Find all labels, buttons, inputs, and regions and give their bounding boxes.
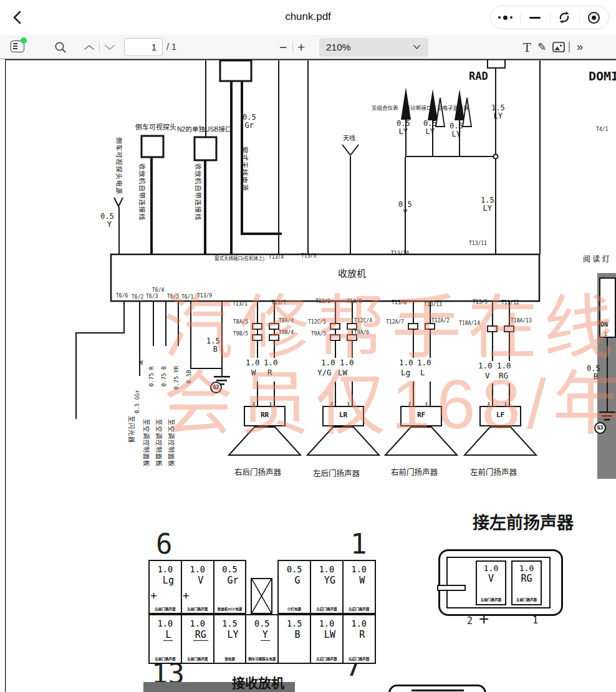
front-connector-tab [437, 585, 466, 591]
ground-g3-symbol: G3 [594, 422, 606, 434]
wire [5, 59, 616, 60]
wire-size: 0.5 [246, 618, 277, 628]
speaker-pin: 2 [253, 401, 255, 406]
front-connector-cell: 1.0V左前门扬声器 [476, 560, 506, 605]
record-icon[interactable] [579, 6, 609, 29]
polarity-plus: + [183, 589, 190, 603]
wire-lf-2: 1.0 [478, 362, 493, 370]
inline-connector-block [488, 326, 497, 332]
wire-destination: 右前门扬声器 [150, 656, 181, 661]
front-connector-title: 接左前扬声器 [473, 514, 574, 532]
to-radio-label: 接收放机 [232, 676, 284, 691]
wire [509, 383, 510, 406]
pencil-tool-icon[interactable]: ✎ [537, 35, 546, 59]
wire-destination: 左前门扬声器 [182, 656, 213, 661]
wire-rf-1c: L [420, 368, 425, 377]
front-connector-pin2: 2 [467, 616, 473, 627]
wire-color: V [477, 573, 505, 584]
wire-destination: 左前门扬声器 [477, 597, 505, 602]
wire-lf-2c: V [485, 372, 490, 380]
wire-lf-1: 1.0 [497, 362, 511, 370]
wire-05y-mid: 0.5 Y [398, 201, 412, 218]
pin-t13-5: T13/5 [473, 300, 488, 305]
pin-t13-11: T13/11 [469, 241, 487, 247]
inline-connector-block [330, 335, 340, 340]
pin-t4-1: T4/1 [596, 127, 608, 133]
wire-color: B [285, 629, 310, 640]
app-header: chunk.pdf [0, 0, 616, 35]
speaker-pin: 1 [504, 401, 507, 406]
speaker-pin: 2 [330, 401, 333, 406]
direction-arrow-hollow [436, 98, 445, 127]
wire [123, 301, 125, 334]
zoom-out-button[interactable]: − [279, 35, 287, 59]
status-green-dot [21, 37, 27, 44]
search-icon[interactable] [54, 35, 67, 59]
pin-t6-1: T6/1 [181, 295, 193, 300]
float-window-icon[interactable] [550, 6, 579, 29]
wire [75, 332, 125, 334]
pin-t6-5: T6/5 [167, 294, 179, 300]
label-usb-port: N2的单独USB接口 [177, 126, 232, 133]
speaker-cone [229, 427, 301, 455]
connector-cell: 0.5Y倒车可视探头电源 [245, 614, 279, 664]
connector-cell: 1.5LY常电源 [213, 614, 247, 664]
next-page-icon[interactable] [103, 35, 116, 59]
inline-connector-block [425, 324, 435, 329]
wire [405, 156, 496, 157]
image-tool-icon[interactable] [552, 35, 565, 59]
wire-rr-2: 1.0 [246, 358, 260, 367]
connector-cell: 1.0Lg+右前门扬声器 [148, 560, 182, 614]
wire-destination: 右后门扬声器 [344, 607, 375, 612]
more-options-icon[interactable] [491, 6, 520, 29]
pin-t13-12: T13/12 [501, 300, 519, 306]
connector-cell: 1.0L右前门扬声器 [148, 614, 182, 664]
page-number-input[interactable] [124, 38, 163, 56]
connector-cell: 1.0RG左前门扬声器 [181, 614, 214, 664]
connector-corner-6: 6 [156, 528, 173, 560]
label-reading-lamp: 阅 读 灯 [583, 256, 610, 264]
wire [487, 67, 506, 69]
zoom-level-select[interactable]: 210% [319, 38, 428, 57]
more-tools-button[interactable]: » [577, 35, 583, 59]
pin-t6-2: T6/2 [132, 295, 143, 300]
wire-lr-1: 1.0 [340, 358, 354, 367]
speaker-pin: 2 [488, 401, 490, 406]
wire-destination: 左前门扬声器 [182, 607, 213, 612]
inline-connector-block [408, 324, 418, 329]
connector-cell: 0.5Gr收放机ACC电源 [213, 560, 247, 614]
label-antenna-jack: 窗式天线插口(在机体上) [214, 256, 264, 261]
minimize-icon[interactable] [520, 6, 549, 29]
wire-size: 1.0 [150, 564, 181, 574]
wire [190, 368, 223, 369]
wire [604, 419, 610, 421]
pin-t8a-4: T8A/4 [279, 319, 294, 324]
minimize-bar [529, 17, 541, 19]
speaker-name-rf: 右前门扬声器 [391, 468, 438, 477]
prev-page-icon[interactable] [83, 35, 95, 59]
wire-color: W [350, 575, 375, 586]
wire-075r: 0.75 R [148, 366, 155, 387]
label-reverse-camera: 倒车可视探头 [135, 123, 176, 131]
pin-t13-8: T13/8 [347, 299, 362, 305]
pin-t12c-4: T12C/4 [354, 319, 372, 324]
wire-destination: 左前门扬声器 [513, 597, 541, 602]
pin-t9a-5: T9A/5 [311, 332, 326, 337]
wire-destination: 常电源 [214, 656, 246, 661]
label-rad: RAD [469, 70, 488, 82]
connector-cell-crossed [251, 578, 272, 614]
wire-05gr: 0.5 Gr [243, 113, 256, 130]
connector-cell: 1.5B [277, 614, 311, 664]
speaker-name-lf: 左前门扬声器 [470, 468, 517, 477]
wire-color: YG [317, 575, 342, 586]
label-radio-cable-2: 收放机自带连接线 [194, 163, 201, 221]
speaker-pin: 1 [347, 401, 350, 406]
wire [165, 301, 166, 346]
text-tool-button[interactable]: T [523, 35, 531, 59]
wire-destination: 左后门扬声器 [311, 656, 342, 661]
wire-size: 1.5 [279, 618, 310, 628]
wire-size: 1.0 [513, 564, 541, 573]
front-connector-cell: 1.0RG左前门扬声器 [511, 560, 542, 605]
wire-size: 0.5 [279, 564, 310, 574]
zoom-in-button[interactable]: + [297, 35, 305, 59]
